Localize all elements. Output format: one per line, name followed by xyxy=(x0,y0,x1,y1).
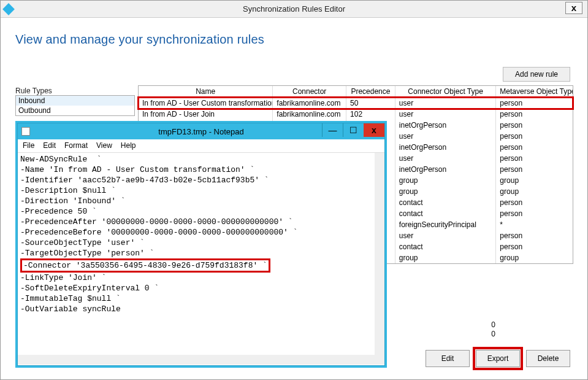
notepad-line: New-ADSyncRule ` xyxy=(20,154,372,165)
minimize-button[interactable]: — xyxy=(322,123,343,137)
cell-cobj: user xyxy=(395,230,497,241)
rule-types-list[interactable]: Inbound Outbound xyxy=(15,95,135,116)
horizontal-scrollbar[interactable]: ◂ ▸ xyxy=(18,355,375,365)
close-button[interactable]: x xyxy=(565,2,582,14)
scroll-right-arrow[interactable]: ▸ xyxy=(365,355,375,365)
cell-cobj: user xyxy=(395,109,497,120)
cell-cobj: group xyxy=(395,186,497,197)
notepad-menu: File Edit Format View Help xyxy=(18,139,384,153)
add-new-rule-button[interactable]: Add new rule xyxy=(503,67,570,82)
notepad-line: -SourceObjectType 'user' ` xyxy=(20,238,372,248)
highlighted-connector-line: -Connector '3a550356-6495-4830-9e26-d759… xyxy=(20,258,270,273)
cell-mobj: person xyxy=(496,109,573,120)
cell-mobj: * xyxy=(496,219,573,230)
delete-button[interactable]: Delete xyxy=(526,350,570,367)
cell-prec: 102 xyxy=(346,109,395,120)
rule-type-inbound[interactable]: Inbound xyxy=(16,96,134,106)
cell-mobj: person xyxy=(496,98,573,109)
cell-mobj: person xyxy=(496,120,573,131)
rule-types-label: Rule Types xyxy=(15,87,52,95)
menu-help[interactable]: Help xyxy=(121,141,136,150)
cell-mobj: group xyxy=(496,186,573,197)
notepad-line: -Name 'In from AD - User Custom transfor… xyxy=(20,165,372,175)
cell-conn: fabrikamonline.com xyxy=(273,109,346,120)
cell-cobj: contact xyxy=(395,241,497,252)
notepad-close-button[interactable]: x xyxy=(364,123,384,137)
table-row[interactable]: In from AD - User Joinfabrikamonline.com… xyxy=(139,109,573,120)
notepad-line: -TargetObjectType 'person' ` xyxy=(20,248,372,258)
notepad-titlebar[interactable]: tmpFD13.tmp - Notepad — ☐ x xyxy=(18,123,384,139)
menu-file[interactable]: File xyxy=(23,141,34,150)
maximize-button[interactable]: ☐ xyxy=(343,123,364,137)
col-precedence[interactable]: Precedence xyxy=(346,86,395,97)
cell-mobj: person xyxy=(496,208,573,219)
cell-cobj: user xyxy=(395,153,497,164)
selection-counts: 0 0 xyxy=(491,320,495,339)
col-connector-object-type[interactable]: Connector Object Type xyxy=(395,86,497,97)
notepad-line: -PrecedenceBefore '00000000-0000-0000-00… xyxy=(20,227,372,238)
cell-mobj: person xyxy=(496,230,573,241)
cell-cobj: group xyxy=(395,252,497,263)
cell-prec: 50 xyxy=(346,98,395,109)
cell-mobj: person xyxy=(496,153,573,164)
cell-cobj: inetOrgPerson xyxy=(395,142,497,153)
col-name[interactable]: Name xyxy=(139,86,273,97)
cell-cobj: contact xyxy=(395,208,497,219)
cell-cobj: foreignSecurityPrincipal xyxy=(395,219,497,230)
cell-conn: fabrikamonline.com xyxy=(273,98,346,109)
cell-mobj: person xyxy=(496,197,573,208)
cell-cobj: contact xyxy=(395,197,497,208)
cell-mobj: person xyxy=(496,142,573,153)
cell-cobj: user xyxy=(395,131,497,142)
menu-format[interactable]: Format xyxy=(64,141,88,150)
app-icon xyxy=(2,3,15,15)
cell-mobj: person xyxy=(496,131,573,142)
export-button[interactable]: Export xyxy=(476,350,520,367)
cell-cobj: inetOrgPerson xyxy=(395,164,497,175)
editor-titlebar: Synchronization Rules Editor x xyxy=(1,1,587,18)
notepad-line: -ImmutableTag $null ` xyxy=(20,293,372,304)
cell-cobj: group xyxy=(395,175,497,186)
cell-mobj: group xyxy=(496,252,573,263)
cell-mobj: person xyxy=(496,241,573,252)
notepad-icon xyxy=(21,127,30,136)
notepad-line: -SoftDeleteExpiryInterval 0 ` xyxy=(20,283,372,293)
rule-type-outbound[interactable]: Outbound xyxy=(16,106,134,115)
menu-view[interactable]: View xyxy=(96,141,112,150)
grid-header: Name Connector Precedence Connector Obje… xyxy=(139,86,573,98)
cell-name: In from AD - User Custom transformation xyxy=(139,98,273,109)
col-metaverse-object-type[interactable]: Metaverse Object Type xyxy=(496,86,573,97)
notepad-line: -Precedence 50 ` xyxy=(20,206,372,217)
table-row[interactable]: In from AD - User Custom transformationf… xyxy=(139,98,573,109)
cell-cobj: user xyxy=(395,98,497,109)
notepad-title: tmpFD13.tmp - Notepad xyxy=(158,127,243,136)
scroll-left-arrow[interactable]: ◂ xyxy=(18,355,28,365)
cell-cobj: inetOrgPerson xyxy=(395,120,497,131)
notepad-window: tmpFD13.tmp - Notepad — ☐ x File Edit Fo… xyxy=(17,123,385,366)
page-heading: View and manage your synchronization rul… xyxy=(15,33,573,47)
window-title: Synchronization Rules Editor xyxy=(243,4,345,14)
notepad-text-area[interactable]: New-ADSyncRule `-Name 'In from AD - User… xyxy=(18,153,384,365)
scroll-thumb[interactable] xyxy=(375,163,384,249)
scroll-down-arrow[interactable]: ▾ xyxy=(375,345,384,355)
notepad-line: -Connector '3a550356-6495-4830-9e26-d759… xyxy=(20,258,372,273)
col-connector[interactable]: Connector xyxy=(273,86,346,97)
notepad-line: -PrecedenceAfter '00000000-0000-0000-000… xyxy=(20,217,372,227)
cell-name: In from AD - User Join xyxy=(139,109,273,120)
cell-mobj: group xyxy=(496,175,573,186)
count-a: 0 xyxy=(491,320,495,329)
notepad-line: -Direction 'Inbound' ` xyxy=(20,196,372,206)
notepad-line: -OutVariable syncRule xyxy=(20,304,372,314)
notepad-line: -LinkType 'Join' ` xyxy=(20,273,372,283)
notepad-line: -Description $null ` xyxy=(20,185,372,196)
cell-mobj: person xyxy=(496,164,573,175)
menu-edit[interactable]: Edit xyxy=(43,141,56,150)
count-b: 0 xyxy=(491,330,495,338)
notepad-line: -Identifier 'aacc52b7-ae9b-47d3-b02e-5cb… xyxy=(20,175,372,185)
scroll-up-arrow[interactable]: ▴ xyxy=(375,153,384,163)
vertical-scrollbar[interactable]: ▴ ▾ xyxy=(375,153,384,355)
edit-button[interactable]: Edit xyxy=(426,350,470,367)
